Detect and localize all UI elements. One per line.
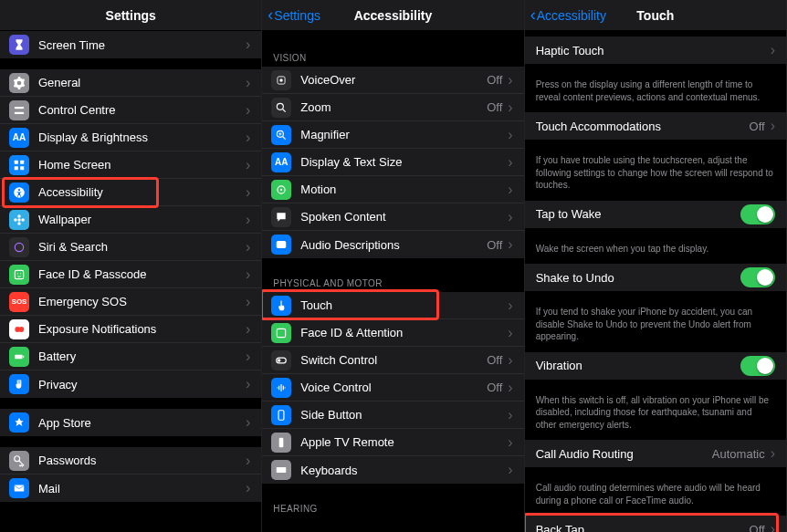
svg-point-32 <box>278 359 281 362</box>
value: Off <box>487 381 502 394</box>
back-button[interactable]: ‹Settings <box>268 5 320 25</box>
row-touch-accommodations[interactable]: Touch Accommodations Off › <box>525 112 786 140</box>
row-tap-to-wake[interactable]: Tap to Wake <box>525 201 786 228</box>
row-home-screen[interactable]: Home Screen › <box>0 151 261 179</box>
label: Wallpaper <box>38 213 246 226</box>
row-general[interactable]: General › <box>0 69 261 97</box>
label: Display & Brightness <box>38 130 246 144</box>
siri-icon <box>9 237 29 257</box>
chevron-right-icon: › <box>771 119 775 133</box>
label: Face ID & Passcode <box>38 267 246 281</box>
svg-point-13 <box>15 243 23 251</box>
magnifier-icon <box>271 125 291 145</box>
row-privacy[interactable]: Privacy › <box>0 370 261 398</box>
chevron-right-icon: › <box>771 522 775 532</box>
battery-icon <box>9 347 29 367</box>
row-switch-control[interactable]: Switch Control Off › <box>262 347 523 374</box>
voiceover-icon <box>271 70 291 90</box>
row-battery[interactable]: Battery › <box>0 343 261 370</box>
label: Audio Descriptions <box>300 238 487 252</box>
section-physical: PHYSICAL AND MOTOR <box>262 269 523 292</box>
row-vibration[interactable]: Vibration <box>525 352 786 380</box>
row-wallpaper[interactable]: Wallpaper › <box>0 206 261 234</box>
page-title: Accessibility <box>354 8 433 23</box>
row-passwords[interactable]: Passwords › <box>0 447 261 475</box>
label: Tap to Wake <box>536 207 740 221</box>
svg-rect-5 <box>20 166 24 170</box>
row-accessibility[interactable]: Accessibility › <box>0 179 261 206</box>
svg-rect-33 <box>278 410 284 420</box>
switch-icon <box>271 350 291 370</box>
row-control-centre[interactable]: Control Centre › <box>0 97 261 124</box>
svg-point-28 <box>280 188 282 190</box>
row-audio-descriptions[interactable]: Audio Descriptions Off › <box>262 231 523 258</box>
row-faceid-passcode[interactable]: Face ID & Passcode › <box>0 261 261 288</box>
row-display-text-size[interactable]: AA Display & Text Size › <box>262 149 523 176</box>
row-mail[interactable]: Mail › <box>0 475 261 502</box>
svg-rect-19 <box>15 354 22 359</box>
svg-rect-3 <box>20 160 24 163</box>
touch-list: Haptic Touch › Press on the display usin… <box>525 31 786 532</box>
value: Automatic <box>712 447 765 461</box>
hand-icon <box>9 374 29 394</box>
speech-bubble-icon <box>271 207 291 227</box>
section-vision: VISION <box>262 44 523 67</box>
svg-point-11 <box>14 218 16 222</box>
label: Vibration <box>536 359 740 372</box>
svg-point-15 <box>17 273 18 274</box>
chevron-right-icon: › <box>508 128 512 142</box>
row-app-store[interactable]: App Store › <box>0 409 261 436</box>
row-apple-tv-remote[interactable]: Apple TV Remote › <box>262 429 523 456</box>
chevron-right-icon: › <box>246 267 250 282</box>
zoom-icon <box>271 98 291 118</box>
row-shake-to-undo[interactable]: Shake to Undo <box>525 264 786 291</box>
svg-rect-2 <box>15 160 18 163</box>
toggle-on[interactable] <box>740 356 775 376</box>
row-screen-time[interactable]: Screen Time › <box>0 31 261 58</box>
row-magnifier[interactable]: Magnifier › <box>262 121 523 149</box>
back-button[interactable]: ‹Accessibility <box>530 5 606 25</box>
row-back-tap[interactable]: Back Tap Off › <box>525 516 786 532</box>
svg-point-8 <box>17 218 21 222</box>
toggle-on[interactable] <box>740 267 775 287</box>
svg-rect-22 <box>15 485 25 492</box>
row-zoom[interactable]: Zoom Off › <box>262 94 523 121</box>
back-label: Settings <box>274 8 320 23</box>
label: Motion <box>300 183 508 196</box>
row-motion[interactable]: Motion › <box>262 176 523 203</box>
label: General <box>38 76 246 89</box>
row-call-audio-routing[interactable]: Call Audio Routing Automatic › <box>525 440 786 467</box>
row-haptic-touch[interactable]: Haptic Touch › <box>525 37 786 64</box>
row-side-button[interactable]: Side Button › <box>262 402 523 429</box>
row-touch[interactable]: Touch › <box>262 292 523 319</box>
svg-point-24 <box>280 78 284 82</box>
row-voice-control[interactable]: Voice Control Off › <box>262 374 523 402</box>
row-voiceover[interactable]: VoiceOver Off › <box>262 67 523 94</box>
row-siri-search[interactable]: Siri & Search › <box>0 234 261 261</box>
panel-settings: Settings Screen Time › General › Control… <box>0 0 262 532</box>
row-exposure-notifications[interactable]: Exposure Notifications › <box>0 316 261 343</box>
chevron-right-icon: › <box>246 158 250 172</box>
row-display-brightness[interactable]: AA Display & Brightness › <box>0 124 261 151</box>
label: Spoken Content <box>300 210 508 224</box>
row-face-attention[interactable]: Face ID & Attention › <box>262 319 523 347</box>
text-size-icon: AA <box>271 152 291 172</box>
row-spoken-content[interactable]: Spoken Content › <box>262 203 523 231</box>
flower-icon <box>9 210 29 230</box>
chevron-right-icon: › <box>771 446 775 461</box>
row-keyboards[interactable]: Keyboards › <box>262 456 523 484</box>
chevron-right-icon: › <box>508 100 512 115</box>
key-icon <box>9 451 29 471</box>
footer-tapwake: Wake the screen when you tap the display… <box>525 239 786 265</box>
chevron-right-icon: › <box>508 210 512 224</box>
chevron-right-icon: › <box>508 326 512 340</box>
voice-wave-icon <box>271 378 291 398</box>
label: Call Audio Routing <box>536 447 712 461</box>
label: Apple TV Remote <box>300 435 508 449</box>
svg-rect-1 <box>15 111 25 113</box>
toggle-on[interactable] <box>740 204 775 224</box>
grid-icon <box>9 155 29 175</box>
chevron-right-icon: › <box>246 454 250 468</box>
row-emergency-sos[interactable]: SOS Emergency SOS › <box>0 288 261 316</box>
panel-accessibility: ‹Settings Accessibility VISION VoiceOver… <box>262 0 524 532</box>
